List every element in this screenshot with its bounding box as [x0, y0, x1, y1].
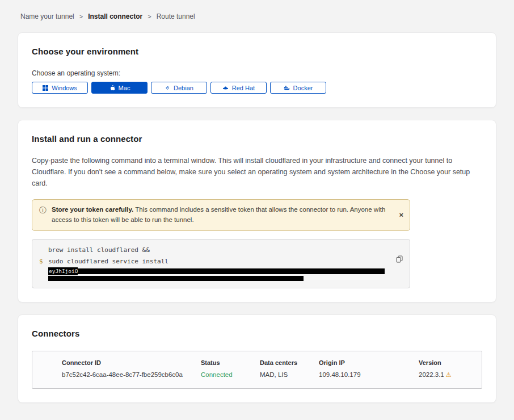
- close-icon[interactable]: ×: [399, 211, 403, 219]
- page: Name your tunnel > Install connector > R…: [0, 0, 514, 420]
- environment-card: Choose your environment Choose an operat…: [18, 32, 496, 108]
- breadcrumb-separator: >: [148, 13, 151, 20]
- os-button-docker[interactable]: Docker: [270, 82, 326, 94]
- cell-data-centers: MAD, LIS: [260, 371, 319, 379]
- token-prefix: eyJhIjoiO: [48, 267, 78, 275]
- warning-icon: ⚠: [446, 371, 452, 378]
- col-header-connector-id: Connector ID: [62, 359, 201, 366]
- connectors-table: Connector ID Status Data centers Origin …: [32, 351, 482, 389]
- connectors-card-title: Connectors: [32, 329, 482, 338]
- info-icon: ⓘ: [39, 205, 47, 216]
- install-description: Copy-paste the following command into a …: [32, 155, 482, 189]
- table-row: b7c52c42-6caa-48ee-8c77-fbe259cb6c0a Con…: [32, 366, 482, 388]
- shell-prompt: $: [39, 256, 43, 267]
- redaction-bar: [48, 276, 304, 281]
- command-line-2: sudo cloudflared service install: [48, 256, 385, 267]
- status-badge: Connected: [201, 371, 260, 379]
- token-warning-bold: Store your token carefully.: [52, 206, 133, 213]
- install-connector-card: Install and run a connector Copy-paste t…: [18, 120, 496, 303]
- redaction-bar: [78, 268, 385, 274]
- os-button-label: Windows: [52, 85, 77, 91]
- os-button-label: Debian: [174, 85, 193, 91]
- os-button-label: Docker: [293, 85, 313, 91]
- token-line-redacted: [48, 275, 385, 281]
- connectors-card: Connectors Connector ID Status Data cent…: [18, 314, 496, 403]
- os-button-redhat[interactable]: Red Hat: [210, 82, 267, 94]
- breadcrumb-step-route-tunnel[interactable]: Route tunnel: [157, 12, 195, 20]
- docker-icon: [284, 85, 290, 91]
- cell-connector-id: b7c52c42-6caa-48ee-8c77-fbe259cb6c0a: [62, 371, 201, 379]
- breadcrumb: Name your tunnel > Install connector > R…: [18, 12, 496, 20]
- environment-card-title: Choose your environment: [32, 47, 482, 56]
- col-header-status: Status: [201, 359, 260, 366]
- apple-icon: [109, 85, 115, 91]
- redhat-icon: [222, 85, 229, 91]
- breadcrumb-step-install-connector[interactable]: Install connector: [88, 12, 142, 20]
- os-button-debian[interactable]: Debian: [151, 82, 207, 94]
- col-header-data-centers: Data centers: [260, 359, 319, 366]
- debian-icon: [165, 85, 170, 91]
- token-warning-alert: ⓘ Store your token carefully. This comma…: [32, 199, 410, 231]
- cell-origin-ip: 109.48.10.179: [319, 371, 419, 379]
- table-header-row: Connector ID Status Data centers Origin …: [32, 351, 482, 366]
- col-header-origin-ip: Origin IP: [319, 359, 419, 366]
- col-header-version: Version: [419, 359, 482, 366]
- os-button-group: Windows Mac Debian Red Hat: [32, 82, 482, 94]
- install-command-codeblock: $ brew install cloudflared && sudo cloud…: [32, 239, 410, 288]
- command-line-1: brew install cloudflared &&: [48, 245, 385, 256]
- install-card-title: Install and run a connector: [32, 134, 482, 144]
- os-button-windows[interactable]: Windows: [32, 82, 88, 94]
- cell-version: 2022.3.1⚠: [419, 371, 482, 379]
- os-button-label: Mac: [119, 85, 130, 91]
- windows-icon: [43, 85, 48, 91]
- token-line-redacted: eyJhIjoiO: [48, 267, 385, 275]
- breadcrumb-step-name-your-tunnel[interactable]: Name your tunnel: [20, 12, 74, 20]
- os-button-label: Red Hat: [232, 85, 255, 91]
- os-select-label: Choose an operating system:: [32, 69, 482, 77]
- breadcrumb-separator: >: [79, 13, 83, 20]
- copy-icon[interactable]: [396, 255, 403, 264]
- os-button-mac[interactable]: Mac: [91, 82, 148, 94]
